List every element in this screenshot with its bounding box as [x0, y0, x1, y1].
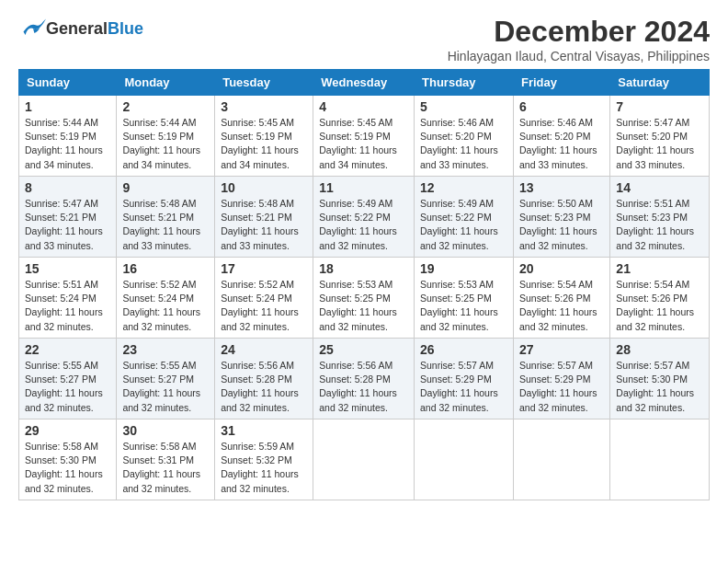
calendar-cell: 26Sunrise: 5:57 AM Sunset: 5:29 PM Dayli… [415, 339, 514, 419]
calendar-cell [415, 419, 514, 500]
header-monday: Monday [117, 70, 215, 96]
calendar-cell: 27Sunrise: 5:57 AM Sunset: 5:29 PM Dayli… [513, 339, 609, 419]
logo-text-general: General [46, 19, 108, 38]
calendar-cell: 31Sunrise: 5:59 AM Sunset: 5:32 PM Dayli… [215, 419, 313, 500]
calendar-table: Sunday Monday Tuesday Wednesday Thursday… [18, 69, 710, 500]
day-info: Sunrise: 5:53 AM Sunset: 5:25 PM Dayligh… [420, 278, 507, 334]
logo-icon [20, 18, 46, 39]
calendar-cell: 11Sunrise: 5:49 AM Sunset: 5:22 PM Dayli… [313, 177, 415, 258]
day-number: 14 [616, 180, 703, 195]
day-number: 26 [420, 342, 507, 357]
day-info: Sunrise: 5:58 AM Sunset: 5:31 PM Dayligh… [122, 440, 209, 496]
day-info: Sunrise: 5:44 AM Sunset: 5:19 PM Dayligh… [25, 116, 110, 172]
calendar-cell: 24Sunrise: 5:56 AM Sunset: 5:28 PM Dayli… [215, 339, 313, 419]
day-number: 5 [420, 99, 507, 114]
calendar-cell: 3Sunrise: 5:45 AM Sunset: 5:19 PM Daylig… [215, 96, 313, 177]
calendar-cell: 10Sunrise: 5:48 AM Sunset: 5:21 PM Dayli… [215, 177, 313, 258]
day-info: Sunrise: 5:48 AM Sunset: 5:21 PM Dayligh… [221, 197, 307, 253]
header-sunday: Sunday [19, 70, 117, 96]
calendar-cell: 7Sunrise: 5:47 AM Sunset: 5:20 PM Daylig… [610, 96, 710, 177]
day-number: 17 [221, 261, 307, 276]
calendar-cell: 12Sunrise: 5:49 AM Sunset: 5:22 PM Dayli… [415, 177, 514, 258]
day-info: Sunrise: 5:57 AM Sunset: 5:29 PM Dayligh… [519, 359, 604, 415]
calendar-cell: 1Sunrise: 5:44 AM Sunset: 5:19 PM Daylig… [19, 96, 117, 177]
day-info: Sunrise: 5:46 AM Sunset: 5:20 PM Dayligh… [420, 116, 507, 172]
day-info: Sunrise: 5:52 AM Sunset: 5:24 PM Dayligh… [221, 278, 307, 334]
day-number: 25 [319, 342, 408, 357]
day-info: Sunrise: 5:44 AM Sunset: 5:19 PM Dayligh… [122, 116, 209, 172]
calendar-cell: 25Sunrise: 5:56 AM Sunset: 5:28 PM Dayli… [313, 339, 415, 419]
calendar-cell: 20Sunrise: 5:54 AM Sunset: 5:26 PM Dayli… [513, 258, 609, 339]
header-saturday: Saturday [610, 70, 710, 96]
calendar-row-4: 29Sunrise: 5:58 AM Sunset: 5:30 PM Dayli… [19, 419, 710, 500]
title-area: December 2024 Hinlayagan Ilaud, Central … [448, 15, 710, 63]
day-info: Sunrise: 5:54 AM Sunset: 5:26 PM Dayligh… [519, 278, 604, 334]
day-number: 4 [319, 99, 408, 114]
logo: GeneralBlue [18, 18, 143, 39]
day-number: 27 [519, 342, 604, 357]
day-number: 23 [122, 342, 209, 357]
day-info: Sunrise: 5:49 AM Sunset: 5:22 PM Dayligh… [420, 197, 507, 253]
logo-text-blue: Blue [108, 19, 143, 38]
day-number: 6 [519, 99, 604, 114]
day-info: Sunrise: 5:46 AM Sunset: 5:20 PM Dayligh… [519, 116, 604, 172]
day-info: Sunrise: 5:59 AM Sunset: 5:32 PM Dayligh… [221, 440, 307, 496]
day-info: Sunrise: 5:49 AM Sunset: 5:22 PM Dayligh… [319, 197, 408, 253]
day-info: Sunrise: 5:47 AM Sunset: 5:20 PM Dayligh… [616, 116, 703, 172]
calendar-cell: 23Sunrise: 5:55 AM Sunset: 5:27 PM Dayli… [117, 339, 215, 419]
day-number: 28 [616, 342, 703, 357]
calendar-cell: 22Sunrise: 5:55 AM Sunset: 5:27 PM Dayli… [19, 339, 117, 419]
day-number: 13 [519, 180, 604, 195]
location-title: Hinlayagan Ilaud, Central Visayas, Phili… [448, 49, 710, 63]
calendar-cell [313, 419, 415, 500]
calendar-cell: 30Sunrise: 5:58 AM Sunset: 5:31 PM Dayli… [117, 419, 215, 500]
calendar-cell: 14Sunrise: 5:51 AM Sunset: 5:23 PM Dayli… [610, 177, 710, 258]
calendar-cell: 28Sunrise: 5:57 AM Sunset: 5:30 PM Dayli… [610, 339, 710, 419]
day-info: Sunrise: 5:51 AM Sunset: 5:23 PM Dayligh… [616, 197, 703, 253]
calendar-cell: 21Sunrise: 5:54 AM Sunset: 5:26 PM Dayli… [610, 258, 710, 339]
day-info: Sunrise: 5:47 AM Sunset: 5:21 PM Dayligh… [25, 197, 110, 253]
calendar-row-1: 8Sunrise: 5:47 AM Sunset: 5:21 PM Daylig… [19, 177, 710, 258]
calendar-cell: 18Sunrise: 5:53 AM Sunset: 5:25 PM Dayli… [313, 258, 415, 339]
calendar-header-row: Sunday Monday Tuesday Wednesday Thursday… [19, 70, 710, 96]
day-info: Sunrise: 5:57 AM Sunset: 5:30 PM Dayligh… [616, 359, 703, 415]
day-info: Sunrise: 5:57 AM Sunset: 5:29 PM Dayligh… [420, 359, 507, 415]
calendar-cell: 2Sunrise: 5:44 AM Sunset: 5:19 PM Daylig… [117, 96, 215, 177]
calendar-cell: 6Sunrise: 5:46 AM Sunset: 5:20 PM Daylig… [513, 96, 609, 177]
day-number: 24 [221, 342, 307, 357]
header-tuesday: Tuesday [215, 70, 313, 96]
header-wednesday: Wednesday [313, 70, 415, 96]
day-info: Sunrise: 5:45 AM Sunset: 5:19 PM Dayligh… [319, 116, 408, 172]
day-info: Sunrise: 5:54 AM Sunset: 5:26 PM Dayligh… [616, 278, 703, 334]
day-number: 12 [420, 180, 507, 195]
day-number: 1 [25, 99, 110, 114]
day-number: 19 [420, 261, 507, 276]
day-info: Sunrise: 5:53 AM Sunset: 5:25 PM Dayligh… [319, 278, 408, 334]
day-number: 22 [25, 342, 110, 357]
calendar-cell: 13Sunrise: 5:50 AM Sunset: 5:23 PM Dayli… [513, 177, 609, 258]
day-number: 8 [25, 180, 110, 195]
day-info: Sunrise: 5:55 AM Sunset: 5:27 PM Dayligh… [122, 359, 209, 415]
day-info: Sunrise: 5:52 AM Sunset: 5:24 PM Dayligh… [122, 278, 209, 334]
day-info: Sunrise: 5:51 AM Sunset: 5:24 PM Dayligh… [25, 278, 110, 334]
header-thursday: Thursday [415, 70, 514, 96]
day-number: 3 [221, 99, 307, 114]
calendar-cell: 5Sunrise: 5:46 AM Sunset: 5:20 PM Daylig… [415, 96, 514, 177]
day-info: Sunrise: 5:48 AM Sunset: 5:21 PM Dayligh… [122, 197, 209, 253]
calendar-cell: 8Sunrise: 5:47 AM Sunset: 5:21 PM Daylig… [19, 177, 117, 258]
day-number: 9 [122, 180, 209, 195]
calendar-cell: 16Sunrise: 5:52 AM Sunset: 5:24 PM Dayli… [117, 258, 215, 339]
day-number: 31 [221, 423, 307, 438]
day-info: Sunrise: 5:56 AM Sunset: 5:28 PM Dayligh… [319, 359, 408, 415]
day-info: Sunrise: 5:45 AM Sunset: 5:19 PM Dayligh… [221, 116, 307, 172]
day-number: 11 [319, 180, 408, 195]
calendar-cell: 17Sunrise: 5:52 AM Sunset: 5:24 PM Dayli… [215, 258, 313, 339]
day-number: 29 [25, 423, 110, 438]
day-number: 2 [122, 99, 209, 114]
day-number: 18 [319, 261, 408, 276]
day-number: 16 [122, 261, 209, 276]
calendar-row-3: 22Sunrise: 5:55 AM Sunset: 5:27 PM Dayli… [19, 339, 710, 419]
calendar-row-0: 1Sunrise: 5:44 AM Sunset: 5:19 PM Daylig… [19, 96, 710, 177]
calendar-cell: 9Sunrise: 5:48 AM Sunset: 5:21 PM Daylig… [117, 177, 215, 258]
month-title: December 2024 [448, 15, 710, 49]
